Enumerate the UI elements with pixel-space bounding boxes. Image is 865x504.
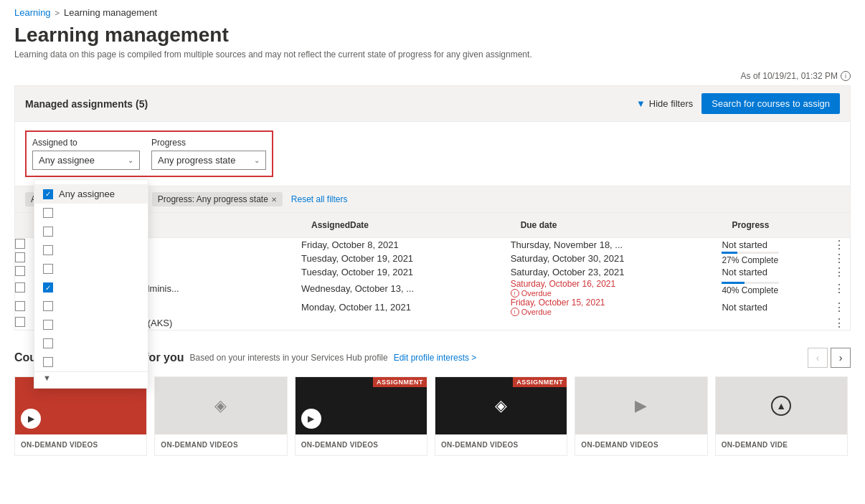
- row4-actions[interactable]: ⋮: [828, 279, 850, 298]
- checkbox-unchecked-icon: [43, 264, 53, 274]
- checkbox-checked-icon: ✓: [43, 189, 53, 199]
- course4-thumb-icon: ◈: [495, 396, 507, 415]
- breadcrumb-home[interactable]: Learning: [14, 7, 51, 18]
- edit-interests-link[interactable]: Edit profile interests >: [394, 353, 477, 363]
- checkbox-unchecked-icon: [43, 245, 53, 255]
- filters-section: Assigned to Any assignee ⌄ Progress Any …: [14, 122, 851, 186]
- row3-actions[interactable]: ⋮: [828, 265, 850, 279]
- search-courses-button[interactable]: Search for courses to assign: [701, 93, 840, 114]
- course-card-5[interactable]: ▶ ON-DEMAND VIDEOS: [575, 376, 707, 456]
- row2-actions[interactable]: ⋮: [828, 252, 850, 265]
- section-title: Managed assignments (5): [25, 98, 148, 110]
- checkbox-checked-2-icon: ✓: [43, 282, 53, 293]
- row6-actions[interactable]: ⋮: [828, 316, 850, 330]
- row3-assigned-date: Tuesday, October 19, 2021: [301, 265, 511, 279]
- row3-progress-text: Not started: [722, 267, 767, 277]
- row5-overdue-badge: ! Overdue: [511, 308, 722, 316]
- course-card-6[interactable]: ▲ ON-DEMAND VIDE: [715, 376, 848, 456]
- row1-actions[interactable]: ⋮: [828, 238, 850, 252]
- progress-select[interactable]: Any progress state ⌄: [151, 151, 266, 170]
- row2-progress-text: 27% Complete: [722, 255, 828, 265]
- row1-progress: Not started: [722, 238, 828, 252]
- row4-assigned-date: Wednesday, October 13, ...: [301, 279, 511, 298]
- course-card-4[interactable]: ◈ ASSIGNMENT ON-DEMAND VIDEOS: [435, 376, 567, 456]
- checkbox-unchecked-icon: [43, 208, 53, 218]
- courses-prev-button[interactable]: ‹: [808, 348, 828, 368]
- dropdown-item-6[interactable]: ✓: [34, 278, 148, 297]
- dropdown-item-3[interactable]: [34, 222, 148, 241]
- section-header: Managed assignments (5) ▼ Hide filters S…: [14, 85, 851, 122]
- row5-assigned-date: Monday, October 11, 2021: [301, 298, 511, 316]
- row6-due-date: [511, 316, 722, 330]
- course4-type: ON-DEMAND VIDEOS: [441, 441, 519, 449]
- col-actions: [828, 213, 850, 238]
- row5-due-date-text: Friday, October 15, 2021: [511, 298, 722, 308]
- dropdown-item-any-assignee[interactable]: ✓ Any assignee: [34, 184, 148, 204]
- progress-chevron-icon: ⌄: [254, 156, 260, 164]
- row1-assigned-date: Friday, October 8, 2021: [301, 238, 511, 252]
- reset-filters-link[interactable]: Reset all filters: [291, 194, 348, 204]
- overdue-circle-icon-2: !: [511, 308, 519, 316]
- col-assigned-date[interactable]: AssignedDate: [301, 213, 511, 238]
- courses-next-button[interactable]: ›: [831, 348, 851, 368]
- row5-progress-text: Not started: [722, 302, 767, 313]
- row1-due-date: Thursday, November 18, ...: [511, 238, 722, 252]
- filter-box: Assigned to Any assignee ⌄ Progress Any …: [25, 130, 273, 177]
- dropdown-item-10[interactable]: [34, 353, 148, 371]
- dropdown-item-4[interactable]: [34, 241, 148, 260]
- assigned-to-label: Assigned to: [32, 138, 140, 148]
- assignee-dropdown[interactable]: ✓ Any assignee ✓: [34, 179, 148, 389]
- dropdown-item-7[interactable]: [34, 297, 148, 315]
- assignment-badge-3: ASSIGNMENT: [373, 377, 427, 387]
- row4-progress-text: 40% Complete: [722, 285, 828, 295]
- dropdown-item-label: Any assignee: [59, 189, 115, 199]
- overdue-label-2: Overdue: [521, 308, 552, 316]
- course5-type: ON-DEMAND VIDEOS: [581, 441, 658, 449]
- dropdown-item-5[interactable]: [34, 260, 148, 278]
- row4-overdue-badge: ! Overdue: [511, 289, 722, 298]
- row6-assigned-date: [301, 316, 511, 330]
- checkbox-unchecked-icon: [43, 301, 53, 311]
- assignment-badge-4: ASSIGNMENT: [513, 377, 567, 387]
- course-card-2[interactable]: ◈ ON-DEMAND VIDEOS: [154, 376, 287, 456]
- row2-due-date: Saturday, October 30, 2021: [511, 252, 722, 265]
- row5-progress: Not started: [722, 298, 828, 316]
- checkbox-unchecked-icon: [43, 227, 53, 237]
- row4-progress: 40% Complete: [722, 279, 828, 298]
- course-card-3[interactable]: ▶ ASSIGNMENT ON-DEMAND VIDEOS: [295, 376, 427, 456]
- assigned-to-select[interactable]: Any assignee ⌄: [32, 151, 140, 170]
- checkbox-unchecked-icon: [43, 338, 53, 348]
- row3-due-date: Saturday, October 23, 2021: [511, 265, 722, 279]
- course2-type: ON-DEMAND VIDEOS: [161, 441, 238, 449]
- overdue-circle-icon: !: [511, 289, 519, 298]
- dropdown-item-9[interactable]: [34, 334, 148, 353]
- course2-thumb-icon: ◈: [214, 396, 227, 415]
- filter-tag-progress[interactable]: Progress: Any progress state ✕: [152, 192, 283, 206]
- progress-filter: Progress Any progress state ⌄: [151, 138, 266, 170]
- checkbox-unchecked-icon: [43, 320, 53, 330]
- row4-due-date: Saturday, October 16, 2021 ! Overdue: [511, 279, 722, 298]
- col-due-date[interactable]: Due date: [511, 213, 722, 238]
- progress-label: Progress: [151, 138, 266, 148]
- filter-tag-progress-label: Progress: Any progress state: [158, 194, 268, 204]
- overdue-label: Overdue: [521, 289, 552, 298]
- dropdown-item-8[interactable]: [34, 315, 148, 334]
- assigned-to-chevron-icon: ⌄: [128, 156, 133, 164]
- course6-type: ON-DEMAND VIDE: [722, 441, 788, 449]
- course1-type: ON-DEMAND VIDEOS: [21, 441, 98, 449]
- row3-progress: Not started: [722, 265, 828, 279]
- filter-tag-progress-close-icon[interactable]: ✕: [271, 196, 277, 204]
- course3-type: ON-DEMAND VIDEOS: [301, 441, 379, 449]
- dropdown-item-2[interactable]: [34, 204, 148, 222]
- row4-due-date-text: Saturday, October 16, 2021: [511, 279, 722, 289]
- dropdown-scroll-indicator: ▼: [34, 371, 148, 384]
- course6-thumb-icon: ▲: [771, 396, 791, 416]
- course3-thumb-icon: ▶: [301, 409, 321, 429]
- row5-actions[interactable]: ⋮: [828, 298, 850, 316]
- breadcrumb-separator: >: [55, 9, 60, 17]
- hide-filters-button[interactable]: ▼ Hide filters: [636, 98, 693, 109]
- row6-progress: [722, 316, 828, 330]
- row1-progress-text: Not started: [722, 239, 767, 250]
- info-icon[interactable]: i: [841, 71, 851, 81]
- col-progress[interactable]: Progress: [722, 213, 828, 238]
